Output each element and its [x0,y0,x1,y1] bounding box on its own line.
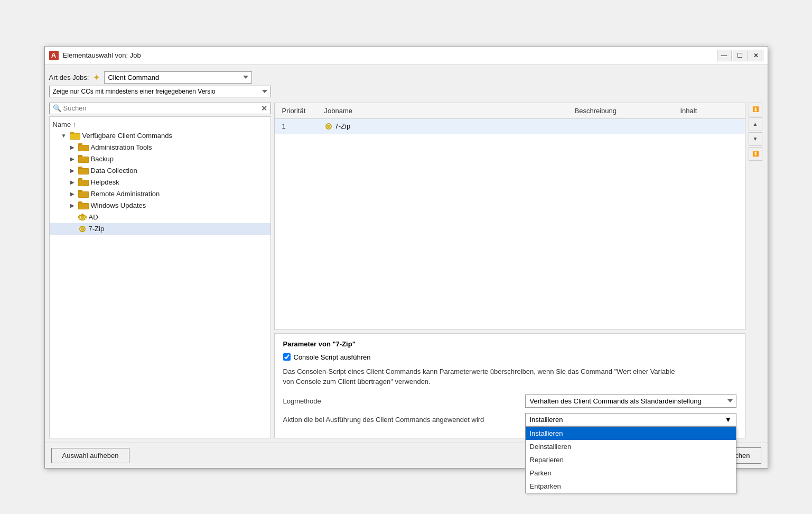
console-script-label: Console Script ausführen [294,353,371,361]
tree-item-ad[interactable]: AD [50,212,270,223]
filter-select[interactable]: Zeige nur CCs mit mindestens einer freig… [49,86,271,97]
close-button[interactable]: ✕ [749,50,763,61]
window-controls: — ☐ ✕ [717,50,763,61]
scroll-top-button[interactable]: ⏫ [749,103,762,116]
maximize-button[interactable]: ☐ [733,50,748,61]
svg-rect-5 [79,145,88,151]
col-header-beschreibung: Beschreibung [572,105,677,116]
logmethode-label: Logmethode [283,397,521,405]
action-option-installieren[interactable]: Installieren [526,427,736,440]
tree-item-windows-updates[interactable]: ▶ Windows Updates [50,200,270,212]
arrow-remoteadmin: ▶ [69,191,76,197]
tree-item-7zip[interactable]: 7-Zip [50,223,270,235]
tree-item-administration-tools[interactable]: ▶ Administration Tools [50,142,270,153]
folder-icon-backup [78,155,89,163]
cell-beschreibung [572,125,677,128]
cell-priority: 1 [279,121,321,132]
arrow-backup: ▶ [69,156,76,162]
top-controls: Art des Jobs: ✦ Client Command Zeige nur… [49,69,763,99]
scroll-up-button[interactable]: ▲ [749,117,762,131]
root-arrow: ▼ [60,133,68,139]
svg-point-24 [81,216,83,218]
left-panel: 🔍 ✕ Name ↑ ▼ [49,103,271,438]
console-script-row: Console Script ausführen [283,353,736,361]
deselect-button[interactable]: Auswahl aufheben [51,448,130,463]
action-option-reparieren[interactable]: Reparieren [526,453,736,466]
svg-rect-14 [79,180,88,186]
job-type-select[interactable]: Client Command [104,71,252,84]
logmethode-select[interactable]: Verhalten des Client Commands als Standa… [525,394,736,408]
title-bar: A Elementauswahl von: Job — ☐ ✕ [45,47,768,65]
job-type-label: Art des Jobs: [49,74,89,81]
search-clear-button[interactable]: ✕ [261,104,267,113]
app-icon: A [49,51,59,60]
action-dropdown-trigger[interactable]: Installieren ▼ [525,413,736,426]
gear-icon-ad [78,213,87,222]
tree-item-helpdesk[interactable]: ▶ Helpdesk [50,177,270,188]
action-option-parken[interactable]: Parken [526,466,736,480]
action-dropdown-arrow: ▼ [725,416,732,424]
arrow-helpdesk: ▶ [69,179,76,185]
action-dropdown-list: Installieren Deinstallieren Reparieren P… [525,426,736,493]
params-section: Parameter von "7-Zip" Console Script aus… [274,333,745,438]
table-row[interactable]: 1 7-Zip [275,119,745,134]
tree-item-label-datacollection: Data Collection [91,167,137,175]
name-column-label: Name ↑ [53,121,77,128]
action-option-deinstallieren[interactable]: Deinstallieren [526,440,736,453]
svg-rect-8 [79,157,88,162]
col-header-jobname: Jobname [321,105,572,116]
svg-rect-11 [79,169,88,174]
main-content: 🔍 ✕ Name ↑ ▼ [49,103,763,438]
svg-rect-2 [70,134,80,139]
tree-item-label-ad: AD [89,213,98,221]
tree-item-remote-admin[interactable]: ▶ Remote Administration [50,188,270,200]
folder-icon-remoteadmin [78,190,89,198]
action-label: Aktion die bei Ausführung des Client Com… [283,416,521,424]
info-text: Das Consolen-Script eines Client Command… [283,366,736,387]
params-title: Parameter von "7-Zip" [283,340,736,348]
folder-icon-admin [78,143,89,152]
tree-item-label-7zip: 7-Zip [89,225,105,233]
window-body: Art des Jobs: ✦ Client Command Zeige nur… [45,65,768,443]
tree-item-label-remoteadmin: Remote Administration [91,190,160,198]
arrow-datacollection: ▶ [69,168,76,173]
svg-point-28 [81,228,83,230]
search-box: 🔍 ✕ [49,103,271,114]
gear-icon-7zip [78,225,87,233]
minimize-button[interactable]: — [717,50,732,61]
action-option-entparken[interactable]: Entparken [526,480,736,493]
window-title: Elementauswahl von: Job [63,51,713,59]
row-gear-icon [324,122,333,131]
action-select-wrapper: Installieren ▼ Installieren Deinstallier… [525,413,736,426]
svg-point-31 [328,125,329,127]
arrow-admin: ▶ [69,144,76,150]
logmethode-select-wrapper: Verhalten des Client Commands als Standa… [525,394,736,408]
action-row: Aktion die bei Ausführung des Client Com… [283,413,736,426]
tree-item-data-collection[interactable]: ▶ Data Collection [50,165,270,177]
tree-root-label: Verfügbare Client Commands [82,132,173,140]
logmethode-row: Logmethode Verhalten des Client Commands… [283,394,736,408]
scroll-bottom-button[interactable]: ⏬ [749,147,762,161]
arrow-winupdates: ▶ [69,203,76,208]
svg-rect-17 [79,192,88,197]
tree-item-label-winupdates: Windows Updates [91,201,146,209]
tree-item-backup[interactable]: ▶ Backup [50,153,270,165]
search-input[interactable] [63,104,259,112]
col-header-inhalt: Inhalt [677,105,741,116]
search-icon: 🔍 [53,104,61,112]
scroll-down-button[interactable]: ▼ [749,132,762,146]
tree-root[interactable]: ▼ Verfügbare Client Commands [50,130,270,142]
action-selected-value: Installieren [530,416,563,424]
filter-row: Zeige nur CCs mit mindestens einer freig… [49,86,763,97]
table-header: Priorität Jobname Beschreibung Inhalt [275,103,745,119]
cell-jobname: 7-Zip [321,121,572,132]
right-panel: ⏫ ▲ ▼ ⏬ Priorität Jobname Beschreibung I… [274,103,763,438]
console-script-checkbox[interactable] [283,353,291,361]
folder-icon-winupdates [78,201,89,210]
tree-column-header: Name ↑ [50,119,270,130]
folder-icon-datacollection [78,167,89,175]
cell-inhalt [677,125,741,128]
scroll-buttons: ⏫ ▲ ▼ ⏬ [749,103,763,161]
main-window: A Elementauswahl von: Job — ☐ ✕ Art des … [44,46,768,469]
folder-icon-helpdesk [78,178,89,187]
